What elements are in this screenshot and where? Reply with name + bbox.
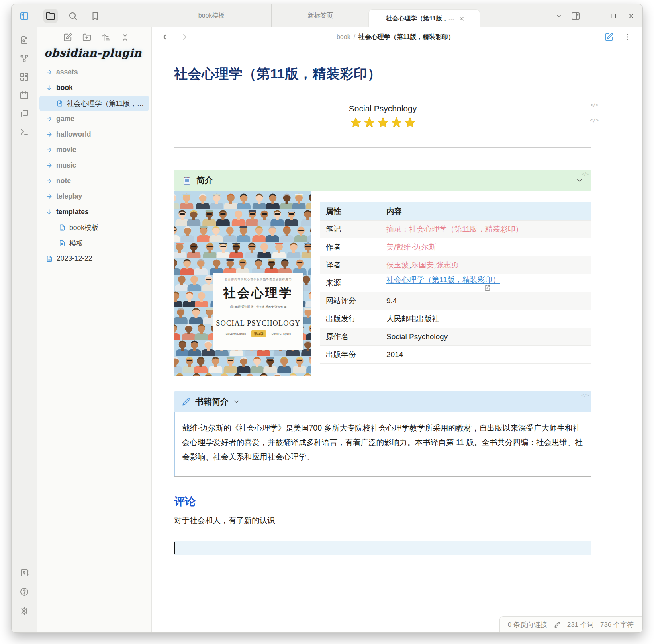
internal-link[interactable]: 美/戴维·迈尔斯 xyxy=(386,243,437,251)
tab-label: 社会心理学（第11版，… xyxy=(386,14,454,23)
cover-edition: Eleventh Edition xyxy=(226,332,246,335)
search-view-button[interactable] xyxy=(66,9,80,23)
tab-book-template[interactable]: book模板 xyxy=(152,4,271,27)
book-intro-callout-header[interactable]: 书籍简介 xyxy=(174,391,591,412)
rating-stars xyxy=(174,117,591,129)
divider xyxy=(174,147,591,148)
cover-authors: [美] 戴维·迈尔斯 著 侯玉波 乐国安 张智勇 译 xyxy=(230,305,286,309)
vault-name[interactable]: obsidian-plugin xyxy=(37,44,151,63)
help-button[interactable] xyxy=(17,585,31,599)
property-value: 9.4 xyxy=(381,292,591,310)
column-header-content: 内容 xyxy=(381,202,591,220)
char-count[interactable]: 736 个字符 xyxy=(600,620,634,629)
search-icon xyxy=(68,11,78,21)
breadcrumb-current: 社会心理学（第11版，精装彩印） xyxy=(358,33,454,41)
tree-folder-note[interactable]: note xyxy=(39,173,149,189)
window-close-button[interactable] xyxy=(624,9,638,23)
edit-block-icon[interactable]: </> xyxy=(581,393,589,398)
settings-button[interactable] xyxy=(17,604,31,618)
window-maximize-button[interactable] xyxy=(607,9,621,23)
tree-file-社会心理学（第11版，…[interactable]: 社会心理学（第11版，… xyxy=(39,96,149,111)
tree-folder-teleplay[interactable]: teleplay xyxy=(39,189,149,204)
help-circle-icon xyxy=(20,587,29,597)
tree-item-label: movie xyxy=(56,146,76,154)
tree-folder-halloworld[interactable]: halloworld xyxy=(39,127,149,142)
tree-folder-music[interactable]: music xyxy=(39,158,149,173)
arrow-right-icon xyxy=(46,146,53,153)
new-note-button[interactable] xyxy=(62,31,74,43)
calendar-button[interactable] xyxy=(17,88,31,102)
document-icon xyxy=(59,224,66,231)
tree-folder-game[interactable]: game xyxy=(39,111,149,127)
sort-order-button[interactable] xyxy=(100,31,112,43)
tree-folder-movie[interactable]: movie xyxy=(39,142,149,158)
tree-item-label: 模板 xyxy=(69,238,83,248)
more-options-button[interactable] xyxy=(620,30,634,44)
intro-callout-header[interactable]: 简介 xyxy=(174,170,591,191)
note-scroll-area[interactable]: 社会心理学（第11版，精装彩印） Social Psychology </> <… xyxy=(152,47,642,632)
toggle-left-sidebar-button[interactable] xyxy=(17,9,31,23)
property-label: 笔记 xyxy=(320,220,381,238)
terminal-button[interactable] xyxy=(17,125,31,139)
collapse-chevron-icon[interactable] xyxy=(576,176,584,184)
edit-block-icon[interactable]: </> xyxy=(590,102,599,108)
collapse-all-button[interactable] xyxy=(119,31,131,43)
quick-switcher-button[interactable] xyxy=(17,33,31,47)
new-folder-button[interactable] xyxy=(81,31,93,43)
tree-item-label: templates xyxy=(56,208,89,216)
edit-mode-button[interactable] xyxy=(602,30,616,44)
property-label: 网站评分 xyxy=(320,292,381,310)
comments-heading: 评论 xyxy=(174,494,591,509)
graph-view-button[interactable] xyxy=(17,51,31,66)
tab-close-icon[interactable] xyxy=(458,16,465,22)
bookmarks-view-button[interactable] xyxy=(88,9,102,23)
tab-list-button[interactable] xyxy=(552,10,565,22)
arrow-right-icon xyxy=(46,69,53,76)
files-view-button[interactable] xyxy=(43,9,58,23)
tree-item-label: book xyxy=(56,84,73,92)
arrow-right-icon xyxy=(46,131,53,138)
tab-label: 新标签页 xyxy=(307,12,333,20)
tree-file-2023-12-22[interactable]: 2023-12-22 xyxy=(39,251,149,266)
new-tab-button[interactable] xyxy=(536,10,548,22)
backlinks-count[interactable]: 0 条反向链接 xyxy=(508,620,547,629)
breadcrumb-separator: / xyxy=(354,33,355,41)
active-editor-line[interactable] xyxy=(174,541,591,555)
edit-block-icon[interactable]: </> xyxy=(590,117,599,123)
external-link[interactable]: 社会心理学（第11版，精装彩印） xyxy=(386,275,500,284)
window-minimize-button[interactable] xyxy=(589,9,603,23)
word-count[interactable]: 231 个词 xyxy=(567,620,594,629)
internal-link[interactable]: 侯玉波 xyxy=(386,261,409,269)
tree-item-label: assets xyxy=(56,68,78,76)
cover-edition-badge: 第11版 xyxy=(251,330,266,337)
tree-folder-assets[interactable]: assets xyxy=(39,64,149,80)
sort-asc-icon xyxy=(102,33,110,42)
collapse-chevron-icon[interactable] xyxy=(233,398,240,405)
note-subtitle: Social Psychology xyxy=(174,104,591,113)
tree-folder-templates[interactable]: templates xyxy=(39,204,149,220)
indent-guide xyxy=(51,220,51,235)
tab-social-psychology[interactable]: 社会心理学（第11版，… xyxy=(369,10,480,27)
tree-item-label: book模板 xyxy=(69,223,98,232)
back-button[interactable] xyxy=(161,31,172,43)
internal-link[interactable]: 摘录：社会心理学（第11版，精装彩印） xyxy=(386,225,523,233)
edit-block-icon[interactable]: </> xyxy=(581,172,589,177)
property-value: 人民邮电出版社 xyxy=(381,310,591,328)
breadcrumb: book / 社会心理学（第11版，精装彩印） xyxy=(189,33,602,41)
tree-file-book模板[interactable]: book模板 xyxy=(39,220,149,235)
tree-file-模板[interactable]: 模板 xyxy=(39,235,149,251)
breadcrumb-parent[interactable]: book xyxy=(337,33,350,41)
forward-button[interactable] xyxy=(177,31,189,43)
internal-link[interactable]: 张志勇 xyxy=(436,261,459,269)
external-link-icon xyxy=(389,285,586,291)
toggle-right-sidebar-button[interactable] xyxy=(569,10,582,22)
vault-switcher-button[interactable] xyxy=(17,566,31,580)
canvas-button[interactable] xyxy=(17,70,31,84)
internal-link[interactable]: 乐国安 xyxy=(411,261,434,269)
tree-folder-book[interactable]: book xyxy=(39,80,149,96)
duplicate-note-button[interactable] xyxy=(17,106,31,121)
property-label: 出版发行 xyxy=(320,310,381,328)
book-cover-panel: 教育部高等学校心理学教学指导委员会推荐用书 社会心理学 [美] 戴维·迈尔斯 著… xyxy=(213,273,303,350)
tab-new[interactable]: 新标签页 xyxy=(271,4,369,27)
file-explorer: obsidian-plugin assetsbook社会心理学（第11版，…ga… xyxy=(37,27,152,632)
